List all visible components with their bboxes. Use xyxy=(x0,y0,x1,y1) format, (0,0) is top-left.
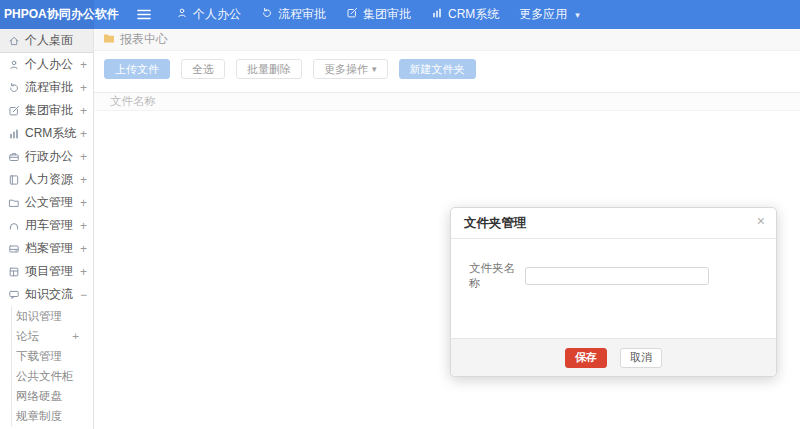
sidebar-subitem-label: 公共文件柜 xyxy=(16,369,74,384)
sidebar-item-label: CRM系统 xyxy=(25,125,76,142)
sidebar-item-label: 公文管理 xyxy=(25,194,73,211)
sidebar-item-label: 个人桌面 xyxy=(25,32,73,49)
dialog-title: 文件夹管理 xyxy=(464,215,527,232)
sidebar-subitem-forum[interactable]: 论坛+ xyxy=(12,326,93,346)
folder-management-dialog: 文件夹管理 × 文件夹名称 保存 取消 xyxy=(450,207,777,377)
select-all-button[interactable]: 全选 xyxy=(181,59,225,79)
save-button[interactable]: 保存 xyxy=(565,348,607,368)
app-logo: PHPOA协同办公软件 xyxy=(0,0,94,29)
sidebar-item-label: 人力资源 xyxy=(25,171,73,188)
more-actions-button[interactable]: 更多操作▾ xyxy=(313,59,388,79)
book-icon xyxy=(8,174,20,186)
process-icon xyxy=(261,7,273,22)
expand-toggle-icon[interactable]: + xyxy=(80,196,87,210)
sidebar-item-personal-office[interactable]: 个人办公+ xyxy=(0,53,93,76)
sidebar: 个人桌面个人办公+流程审批+集团审批+CRM系统+行政办公+人力资源+公文管理+… xyxy=(0,29,94,429)
nav-item-label: 集团审批 xyxy=(363,6,411,23)
folder-name-input[interactable] xyxy=(525,267,709,285)
expand-toggle-icon[interactable]: + xyxy=(80,219,87,233)
sidebar-subitem-label: 下载管理 xyxy=(16,349,62,364)
submenu-knowledge-exchange: 知识管理论坛+下载管理公共文件柜网络硬盘规章制度 xyxy=(11,306,93,426)
chevron-down-icon: ▾ xyxy=(575,10,580,20)
nav-item-label: 个人办公 xyxy=(193,6,241,23)
batch-delete-button[interactable]: 批量删除 xyxy=(236,59,302,79)
nav-item-process-approval[interactable]: 流程审批 xyxy=(261,0,326,29)
sidebar-subitem-network-disk[interactable]: 网络硬盘 xyxy=(12,386,93,406)
expand-toggle-icon[interactable]: + xyxy=(80,81,87,95)
sidebar-item-crm-system[interactable]: CRM系统+ xyxy=(0,122,93,145)
sidebar-item-document-mgmt[interactable]: 公文管理+ xyxy=(0,191,93,214)
expand-toggle-icon[interactable]: + xyxy=(80,265,87,279)
sidebar-item-human-resources[interactable]: 人力资源+ xyxy=(0,168,93,191)
expand-toggle-icon[interactable]: + xyxy=(80,173,87,187)
chart-icon xyxy=(8,128,20,140)
new-folder-button[interactable]: 新建文件夹 xyxy=(399,59,476,79)
sidebar-subitem-label: 网络硬盘 xyxy=(16,389,62,404)
home-icon xyxy=(8,35,20,47)
hamburger-menu-icon[interactable] xyxy=(134,0,154,29)
column-header: 文件名称 xyxy=(94,94,156,109)
close-icon[interactable]: × xyxy=(757,214,765,228)
edit-icon xyxy=(8,105,20,117)
dialog-footer: 保存 取消 xyxy=(451,338,776,376)
sidebar-item-label: 集团审批 xyxy=(25,102,73,119)
sidebar-item-label: 档案管理 xyxy=(25,240,73,257)
sidebar-subitem-download-mgmt[interactable]: 下载管理 xyxy=(12,346,93,366)
sidebar-subitem-label: 规章制度 xyxy=(16,409,62,424)
breadcrumb[interactable]: 报表中心 xyxy=(94,29,800,51)
sidebar-item-process-approval[interactable]: 流程审批+ xyxy=(0,76,93,99)
nav-item-crm-system[interactable]: CRM系统 xyxy=(431,0,499,29)
sidebar-item-group-approval[interactable]: 集团审批+ xyxy=(0,99,93,122)
nav-item-more-apps[interactable]: 更多应用▾ xyxy=(519,0,580,29)
sidebar-item-admin-office[interactable]: 行政办公+ xyxy=(0,145,93,168)
user-icon xyxy=(176,7,188,22)
nav-item-personal-office[interactable]: 个人办公 xyxy=(176,0,241,29)
file-table-header: 文件名称 xyxy=(94,92,800,111)
cancel-button[interactable]: 取消 xyxy=(620,348,662,368)
expand-toggle-icon[interactable]: + xyxy=(80,104,87,118)
sidebar-item-archive-mgmt[interactable]: 档案管理+ xyxy=(0,237,93,260)
chevron-down-icon: ▾ xyxy=(372,64,377,74)
sidebar-item-label: 项目管理 xyxy=(25,263,73,280)
chart-icon xyxy=(431,7,443,22)
breadcrumb-label: 报表中心 xyxy=(120,31,168,48)
process-icon xyxy=(8,82,20,94)
toolbar: 上传文件全选批量删除更多操作▾新建文件夹 xyxy=(94,51,800,87)
sidebar-item-label: 行政办公 xyxy=(25,148,73,165)
upload-file-button[interactable]: 上传文件 xyxy=(104,59,170,79)
sidebar-item-label: 流程审批 xyxy=(25,79,73,96)
user-icon xyxy=(8,59,20,71)
sidebar-item-knowledge-exchange[interactable]: 知识交流− xyxy=(0,283,93,306)
nav-item-label: 更多应用 xyxy=(519,6,567,23)
sidebar-subitem-knowledge-mgmt[interactable]: 知识管理 xyxy=(12,306,93,326)
folder-icon xyxy=(103,33,115,47)
sidebar-item-label: 用车管理 xyxy=(25,217,73,234)
nav-item-label: CRM系统 xyxy=(448,6,499,23)
nav-item-label: 流程审批 xyxy=(278,6,326,23)
expand-toggle-icon[interactable]: + xyxy=(80,127,87,141)
dialog-header: 文件夹管理 × xyxy=(451,208,776,239)
drive-icon xyxy=(8,243,20,255)
sidebar-subitem-label: 知识管理 xyxy=(16,309,62,324)
sidebar-subitem-public-cabinet[interactable]: 公共文件柜 xyxy=(12,366,93,386)
nav-item-group-approval[interactable]: 集团审批 xyxy=(346,0,411,29)
expand-toggle-icon[interactable]: − xyxy=(80,288,87,302)
expand-toggle-icon[interactable]: + xyxy=(72,330,79,342)
sidebar-item-personal-desktop[interactable]: 个人桌面 xyxy=(0,29,93,53)
chat-icon xyxy=(8,289,20,301)
topnav: 个人办公流程审批集团审批CRM系统更多应用▾ xyxy=(176,0,580,29)
expand-toggle-icon[interactable]: + xyxy=(80,242,87,256)
folder-icon xyxy=(8,197,20,209)
edit-icon xyxy=(346,7,358,22)
project-icon xyxy=(8,266,20,278)
sidebar-subitem-rules-regulations[interactable]: 规章制度 xyxy=(12,406,93,426)
sidebar-item-label: 知识交流 xyxy=(25,286,73,303)
sidebar-item-label: 个人办公 xyxy=(25,56,73,73)
sidebar-item-vehicle-mgmt[interactable]: 用车管理+ xyxy=(0,214,93,237)
headset-icon xyxy=(8,220,20,232)
top-navbar: PHPOA协同办公软件 个人办公流程审批集团审批CRM系统更多应用▾ xyxy=(0,0,800,29)
expand-toggle-icon[interactable]: + xyxy=(80,58,87,72)
sidebar-subitem-label: 论坛 xyxy=(16,329,39,344)
sidebar-item-project-mgmt[interactable]: 项目管理+ xyxy=(0,260,93,283)
expand-toggle-icon[interactable]: + xyxy=(80,150,87,164)
